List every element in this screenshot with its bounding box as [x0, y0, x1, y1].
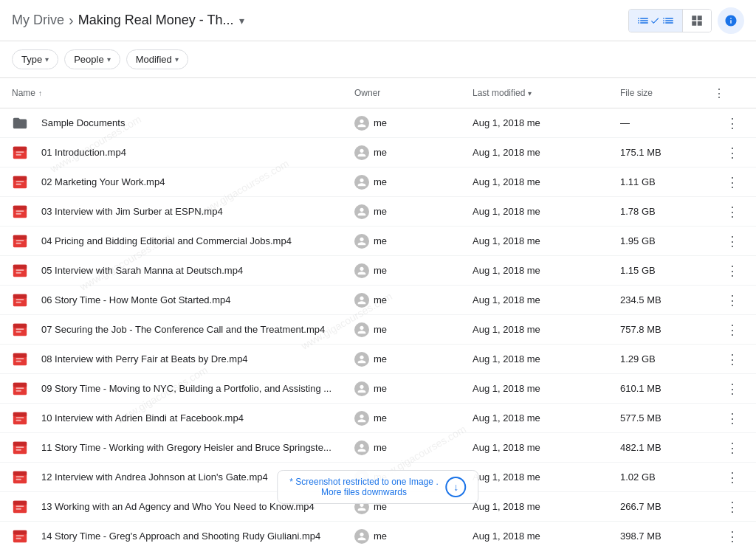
file-row[interactable]: 04 Pricing and Bidding Editorial and Com… — [0, 227, 756, 256]
breadcrumb-current-folder: Making Real Money - Th... — [78, 13, 234, 28]
filter-people-chip[interactable]: People ▾ — [64, 49, 120, 69]
file-row[interactable]: Sample Documents me Aug 1, 2018 me—⋮ — [0, 108, 756, 138]
col-modified-header[interactable]: Last modified ▾ — [472, 88, 620, 98]
file-row[interactable]: 06 Story Time - How Monte Got Started.mp… — [0, 286, 756, 315]
file-actions: ⋮ — [709, 466, 744, 489]
file-owner: me — [354, 381, 472, 396]
svg-rect-18 — [16, 269, 24, 271]
file-more-button[interactable]: ⋮ — [721, 436, 744, 460]
file-size: 1.78 GB — [620, 206, 709, 217]
file-size: — — [620, 117, 709, 128]
file-actions: ⋮ — [709, 200, 744, 224]
file-more-button[interactable]: ⋮ — [721, 259, 744, 283]
video-file-icon — [12, 528, 28, 545]
file-actions: ⋮ — [709, 111, 744, 135]
file-more-button[interactable]: ⋮ — [721, 111, 744, 135]
owner-name: me — [374, 294, 387, 305]
svg-rect-33 — [13, 382, 27, 387]
file-size: 1.02 GB — [620, 471, 709, 483]
file-owner: me — [354, 116, 472, 131]
file-more-button[interactable]: ⋮ — [721, 495, 744, 519]
file-icon — [12, 499, 35, 515]
file-actions: ⋮ — [709, 141, 744, 165]
my-drive-link[interactable]: My Drive — [12, 13, 64, 28]
file-more-button[interactable]: ⋮ — [721, 466, 744, 489]
file-more-button[interactable]: ⋮ — [721, 525, 744, 547]
col-name-header[interactable]: Name ↑ — [12, 88, 354, 98]
svg-rect-51 — [16, 508, 21, 509]
svg-rect-15 — [16, 242, 21, 243]
svg-rect-14 — [16, 240, 24, 241]
svg-rect-10 — [16, 210, 24, 212]
file-owner: me — [354, 352, 472, 367]
file-row[interactable]: 10 Interview with Adrien Bindi at Facebo… — [0, 404, 756, 433]
owner-name: me — [374, 412, 387, 424]
breadcrumb-dropdown-icon[interactable]: ▾ — [239, 15, 244, 27]
video-file-icon — [12, 381, 28, 397]
col-size-header: File size — [620, 88, 709, 98]
svg-rect-41 — [13, 441, 27, 446]
file-size: 266.7 MB — [620, 501, 709, 512]
person-icon — [356, 206, 368, 218]
list-view-button[interactable] — [629, 10, 683, 32]
file-row[interactable]: 03 Interview with Jim Surber at ESPN.mp4… — [0, 197, 756, 227]
file-modified: Aug 1, 2018 me — [472, 206, 620, 217]
col-actions-header: ⋮ — [709, 83, 744, 103]
file-more-button[interactable]: ⋮ — [721, 407, 744, 430]
file-actions: ⋮ — [709, 259, 744, 283]
filter-bar: Type ▾ People ▾ Modified ▾ — [0, 41, 756, 78]
filter-modified-chip[interactable]: Modified ▾ — [126, 49, 188, 69]
file-row[interactable]: 07 Securing the Job - The Conference Cal… — [0, 315, 756, 345]
svg-rect-43 — [16, 449, 21, 450]
svg-rect-13 — [13, 235, 27, 239]
svg-rect-27 — [16, 331, 21, 332]
file-row[interactable]: 01 Introduction.mp4 me Aug 1, 2018 me175… — [0, 138, 756, 167]
svg-rect-50 — [16, 505, 24, 507]
person-icon — [356, 353, 368, 365]
video-file-icon — [12, 145, 28, 161]
file-list: www.gigacourses.com www.gigacourses.com … — [0, 108, 756, 546]
file-more-button[interactable]: ⋮ — [721, 200, 744, 224]
grid-view-button[interactable] — [683, 10, 711, 32]
col-owner-header: Owner — [354, 88, 472, 98]
owner-name: me — [374, 206, 387, 217]
file-more-button[interactable]: ⋮ — [721, 377, 744, 401]
svg-rect-30 — [16, 358, 24, 359]
file-more-button[interactable]: ⋮ — [721, 348, 744, 371]
file-row[interactable]: 02 Marketing Your Work.mp4 me Aug 1, 201… — [0, 167, 756, 197]
svg-rect-23 — [16, 301, 21, 303]
svg-rect-17 — [13, 264, 27, 269]
file-more-button[interactable]: ⋮ — [721, 318, 744, 342]
file-actions: ⋮ — [709, 170, 744, 194]
filter-type-chip[interactable]: Type ▾ — [12, 49, 58, 69]
file-more-button[interactable]: ⋮ — [721, 288, 744, 312]
owner-avatar — [354, 322, 369, 337]
file-row[interactable]: 11 Story Time - Working with Gregory Hei… — [0, 433, 756, 463]
file-actions: ⋮ — [709, 288, 744, 312]
list-view-icon — [636, 14, 650, 27]
file-more-button[interactable]: ⋮ — [721, 229, 744, 253]
owner-name: me — [374, 147, 387, 158]
svg-rect-55 — [16, 537, 21, 539]
svg-rect-38 — [16, 417, 24, 418]
video-file-icon — [12, 499, 28, 515]
file-row[interactable]: 14 Story Time - Greg's Approach and Shoo… — [0, 522, 756, 546]
file-icon — [12, 381, 35, 397]
file-row[interactable]: 08 Interview with Perry Fair at Beats by… — [0, 345, 756, 374]
list-lines-icon — [662, 14, 675, 27]
header-more-button[interactable]: ⋮ — [709, 83, 729, 103]
file-row[interactable]: 09 Story Time - Moving to NYC, Building … — [0, 374, 756, 404]
file-row[interactable]: 05 Interview with Sarah Manna at Deutsch… — [0, 256, 756, 286]
file-size: 1.15 GB — [620, 265, 709, 276]
file-more-button[interactable]: ⋮ — [721, 141, 744, 165]
file-more-button[interactable]: ⋮ — [721, 170, 744, 194]
info-button[interactable] — [718, 7, 744, 34]
video-file-icon — [12, 263, 28, 279]
file-size: 482.1 MB — [620, 442, 709, 453]
file-actions: ⋮ — [709, 436, 744, 460]
file-size: 175.1 MB — [620, 147, 709, 158]
person-icon — [356, 176, 368, 188]
svg-rect-2 — [16, 151, 24, 153]
file-name: 01 Introduction.mp4 — [41, 147, 354, 158]
file-modified: Aug 1, 2018 me — [472, 265, 620, 276]
